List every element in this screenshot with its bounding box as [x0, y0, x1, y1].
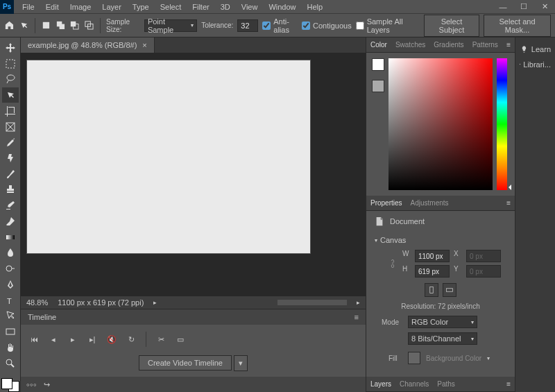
- frame-tool[interactable]: [2, 119, 19, 135]
- color-picker[interactable]: [388, 58, 493, 190]
- link-icon[interactable]: [388, 258, 397, 269]
- marquee-tool[interactable]: [2, 56, 19, 71]
- hand-tool[interactable]: [2, 340, 19, 355]
- mute-icon[interactable]: 🔇: [105, 333, 118, 346]
- landscape-icon[interactable]: [443, 283, 456, 297]
- convert-icon[interactable]: ↪: [44, 380, 50, 389]
- sample-size-select[interactable]: Point Sample▾: [144, 19, 197, 32]
- menu-3d[interactable]: 3D: [215, 1, 236, 13]
- tab-gradients[interactable]: Gradients: [434, 41, 463, 49]
- tab-paths[interactable]: Paths: [437, 380, 455, 388]
- timeline-dropdown-icon[interactable]: ▾: [234, 355, 248, 371]
- menu-window[interactable]: Window: [263, 1, 301, 13]
- panel-menu-icon[interactable]: ≡: [506, 380, 511, 388]
- select-and-mask-button[interactable]: Select and Mask...: [484, 15, 551, 37]
- subtract-selection-icon[interactable]: [69, 19, 80, 32]
- next-frame-icon[interactable]: ▸|: [86, 333, 99, 346]
- mode-select[interactable]: RGB Color▾: [408, 316, 477, 328]
- move-tool[interactable]: [2, 40, 19, 56]
- tab-swatches[interactable]: Swatches: [395, 41, 425, 49]
- maximize-button[interactable]: ☐: [513, 0, 534, 14]
- bg-color[interactable]: [372, 80, 384, 92]
- menu-select[interactable]: Select: [155, 1, 187, 13]
- libraries-panel-button[interactable]: Librari...: [515, 57, 555, 72]
- add-selection-icon[interactable]: [56, 19, 66, 32]
- timeline-panel: Timeline ≡ ⏮ ◂ ▸ ▸| 🔇 ↻ ✂ ▭ Create Video…: [21, 309, 366, 392]
- menu-edit[interactable]: Edit: [40, 1, 65, 13]
- bits-select[interactable]: 8 Bits/Channel▾: [408, 332, 477, 345]
- tab-adjustments[interactable]: Adjustments: [411, 199, 449, 207]
- menu-file[interactable]: File: [17, 1, 40, 13]
- intersect-selection-icon[interactable]: [84, 19, 94, 32]
- canvas-section[interactable]: ▾Canvas: [375, 236, 506, 244]
- antialias-checkbox[interactable]: Anti-alias: [262, 17, 298, 34]
- eyedropper-tool[interactable]: [2, 135, 19, 150]
- panel-menu-icon[interactable]: ≡: [355, 313, 359, 321]
- loop-icon[interactable]: ↻: [125, 333, 137, 346]
- zoom-level[interactable]: 48.8%: [26, 298, 48, 307]
- minimize-button[interactable]: —: [493, 0, 513, 14]
- tab-layers[interactable]: Layers: [370, 380, 391, 388]
- learn-panel-button[interactable]: Learn: [515, 42, 555, 57]
- gradient-tool[interactable]: [2, 230, 19, 245]
- height-input[interactable]: 619 px: [415, 265, 450, 278]
- doc-tabs: example.jpg @ 48.8% (RGB/8#) ×: [21, 37, 366, 53]
- history-brush-tool[interactable]: [2, 198, 19, 213]
- lasso-tool[interactable]: [2, 71, 19, 87]
- canvas-viewport[interactable]: [21, 53, 366, 296]
- dodge-tool[interactable]: [2, 261, 19, 276]
- select-subject-button[interactable]: Select Subject: [424, 15, 479, 37]
- menu-filter[interactable]: Filter: [187, 1, 214, 13]
- tab-patterns[interactable]: Patterns: [472, 41, 498, 49]
- color-swatches[interactable]: [1, 378, 19, 392]
- menu-image[interactable]: Image: [65, 1, 97, 13]
- scissors-icon[interactable]: ✂: [155, 333, 167, 346]
- panel-menu-icon[interactable]: ≡: [506, 41, 511, 49]
- pen-tool[interactable]: [2, 277, 19, 292]
- zoom-tool[interactable]: [2, 356, 19, 371]
- tab-color[interactable]: Color: [370, 41, 387, 49]
- menu-type[interactable]: Type: [127, 1, 155, 13]
- status-arrow-icon[interactable]: ▸: [153, 299, 157, 306]
- canvas[interactable]: [26, 60, 311, 254]
- hue-arrow-icon[interactable]: [506, 185, 511, 190]
- width-input[interactable]: 1100 px: [415, 250, 450, 262]
- doc-tab[interactable]: example.jpg @ 48.8% (RGB/8#) ×: [21, 37, 155, 53]
- tool-preset-icon[interactable]: [19, 19, 29, 32]
- tolerance-input[interactable]: [237, 19, 258, 32]
- stamp-tool[interactable]: [2, 182, 19, 198]
- path-select-tool[interactable]: [2, 308, 19, 323]
- create-video-timeline-button[interactable]: Create Video Timeline: [139, 355, 232, 370]
- eraser-tool[interactable]: [2, 214, 19, 229]
- blur-tool[interactable]: [2, 246, 19, 261]
- menu-view[interactable]: View: [236, 1, 264, 13]
- close-button[interactable]: ✕: [534, 0, 555, 14]
- home-icon[interactable]: [4, 19, 15, 32]
- menu-help[interactable]: Help: [302, 1, 329, 13]
- contiguous-checkbox[interactable]: Contiguous: [302, 22, 352, 30]
- tab-properties[interactable]: Properties: [370, 199, 402, 207]
- fg-color[interactable]: [372, 58, 384, 71]
- magic-wand-tool[interactable]: [2, 87, 19, 103]
- svg-point-13: [6, 359, 12, 365]
- rectangle-tool[interactable]: [2, 324, 19, 339]
- healing-tool[interactable]: [2, 151, 19, 166]
- menu-layer[interactable]: Layer: [96, 1, 127, 13]
- tab-channels[interactable]: Channels: [400, 380, 429, 388]
- transition-icon[interactable]: ▭: [174, 333, 187, 346]
- sample-all-checkbox[interactable]: Sample All Layers: [356, 17, 416, 34]
- foreground-swatch[interactable]: [1, 378, 12, 389]
- portrait-icon[interactable]: [425, 283, 438, 297]
- first-frame-icon[interactable]: ⏮: [28, 333, 40, 346]
- new-selection-icon[interactable]: [41, 19, 51, 32]
- play-icon[interactable]: ▸: [67, 333, 79, 346]
- prev-frame-icon[interactable]: ◂: [47, 333, 60, 346]
- brush-tool[interactable]: [2, 167, 19, 182]
- panel-menu-icon[interactable]: ≡: [506, 199, 511, 207]
- fill-swatch[interactable]: [408, 352, 420, 364]
- hue-slider[interactable]: [497, 58, 507, 190]
- crop-tool[interactable]: [2, 103, 19, 119]
- type-tool[interactable]: T: [2, 293, 19, 308]
- tab-close-icon[interactable]: ×: [142, 41, 146, 49]
- window-controls: — ☐ ✕: [493, 0, 555, 14]
